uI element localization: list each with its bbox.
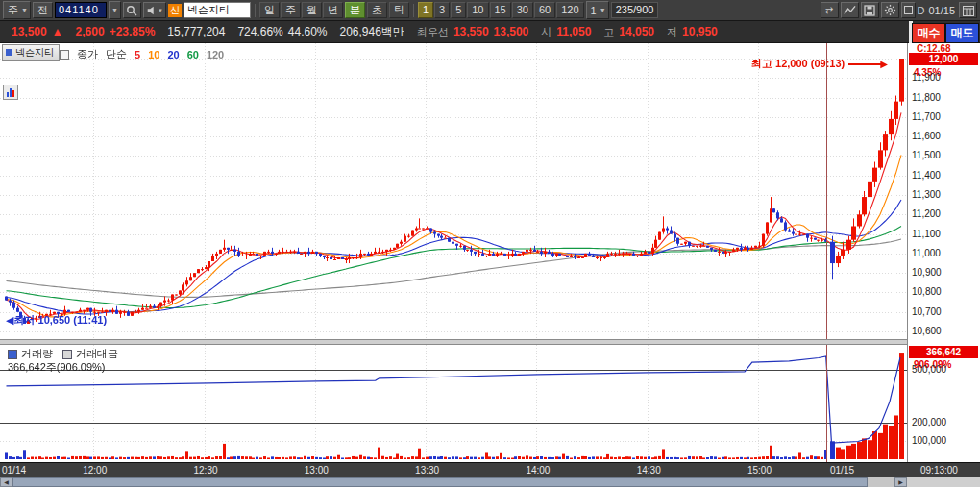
best-ask: 13,550 <box>453 25 489 38</box>
interval-button-120[interactable]: 120 <box>556 2 583 18</box>
pane-splitter[interactable] <box>0 339 980 345</box>
timeframe-tick-button[interactable]: 틱 <box>389 2 409 18</box>
horizontal-scrollbar[interactable]: ◀ ▶ <box>0 477 980 487</box>
timeframe-button-2[interactable]: 월 <box>302 2 322 18</box>
price-tick-label: 10,600 <box>912 326 942 336</box>
chevron-down-icon: ▼ <box>111 7 118 13</box>
price-tick-label: 11,900 <box>912 72 941 83</box>
low-price: 10,950 <box>682 25 718 38</box>
chevron-down-icon: ▼ <box>600 7 606 13</box>
price-tick-label: 10,900 <box>912 267 942 278</box>
open-label: 시 <box>541 25 551 39</box>
interval-button-60[interactable]: 60 <box>534 2 555 18</box>
timeframe-button-1[interactable]: 주 <box>281 2 301 18</box>
window-icon[interactable] <box>901 2 916 18</box>
scrollbar-corner <box>907 477 980 487</box>
time-axis-label: 15:00 <box>747 465 772 475</box>
interval-button-1[interactable]: 1 <box>418 2 433 18</box>
chevron-down-icon: ▼ <box>158 8 163 13</box>
time-axis-label: 14:30 <box>637 465 661 475</box>
open-price: 11,050 <box>556 25 591 38</box>
chart-tool-button[interactable] <box>3 85 18 100</box>
chart-tab[interactable]: 넥슨지티 <box>2 44 60 61</box>
value-legend-icon[interactable] <box>62 350 72 359</box>
time-axis-label: 12:00 <box>83 465 107 475</box>
price-tick-label: 10,700 <box>912 306 942 317</box>
last-volume-box: 366,642 <box>909 346 978 358</box>
chevron-down-icon: ▼ <box>21 7 28 13</box>
main-toolbar: 주 ▼ 전 041140 ▼ ▼ 신 넥슨지티 일주월년 분 초 틱 13510… <box>0 0 980 21</box>
day-mode-label: D <box>918 5 925 16</box>
trade-value: 206,946백만 <box>339 24 404 40</box>
price-chart-canvas[interactable] <box>0 43 907 339</box>
search-icon[interactable] <box>123 2 141 18</box>
scrollbar-thumb[interactable] <box>12 477 868 487</box>
save-icon[interactable] <box>861 2 879 18</box>
cumulative-volume-text: 366,642주(906.09%) <box>8 360 106 375</box>
high-annotation: 최고 12,000 (09:13) ▶ <box>751 57 888 71</box>
ma-legend: 종가 단순 5102060120 <box>60 47 224 61</box>
price-tick-label: 11,600 <box>912 131 941 141</box>
ma-period-list: 5102060120 <box>135 49 224 61</box>
stock-chart-window: 주 ▼ 전 041140 ▼ ▼ 신 넥슨지티 일주월년 분 초 틱 13510… <box>0 0 980 487</box>
high-price: 14,050 <box>619 25 654 38</box>
time-axis-label: 14:00 <box>526 465 550 475</box>
price-axis-column: C:12.68 12,000 4.35% 11,90011,80011,7001… <box>907 43 980 462</box>
scroll-right-button[interactable]: ▶ <box>894 477 907 487</box>
sell-button[interactable]: 매도 <box>945 23 979 43</box>
stock-name-input[interactable]: 넥슨지티 <box>184 2 251 18</box>
chart-type-combo[interactable]: 주 ▼ <box>3 1 31 19</box>
last-time-label: 09:13:00 <box>920 465 958 475</box>
time-axis-label: 13:30 <box>415 465 439 475</box>
volume-legend: 거래량 거래대금 <box>8 347 118 361</box>
buy-button[interactable]: 매수 <box>912 23 945 43</box>
interval-combo-value: 1 <box>591 5 597 16</box>
speaker-icon[interactable]: ▼ <box>143 2 166 18</box>
calendar-icon[interactable] <box>959 2 977 18</box>
scroll-left-button[interactable]: ◀ <box>0 477 12 487</box>
interval-button-30[interactable]: 30 <box>512 2 533 18</box>
timeframe-second-button[interactable]: 초 <box>367 2 387 18</box>
interval-combo[interactable]: 1 ▼ <box>586 1 609 19</box>
stock-code-input[interactable]: 041140 <box>55 2 107 18</box>
price-change-pct: +23.85% <box>110 25 156 38</box>
turnover-pct: 44.60% <box>288 25 328 38</box>
price-tick-label: 11,800 <box>912 92 941 103</box>
quote-bar: 13,500 ▲ 2,600 +23.85% 15,777,204 724.66… <box>0 21 980 43</box>
timeframe-button-3[interactable]: 년 <box>323 2 343 18</box>
session-divider-line <box>826 43 827 462</box>
ma-period-label-60: 60 <box>187 49 199 61</box>
volume-ratio: 724.66% <box>237 25 282 38</box>
legend-checkbox-icon[interactable] <box>60 50 69 60</box>
volume-chart-canvas[interactable] <box>0 345 907 459</box>
value-label: 거래대금 <box>76 347 118 361</box>
compare-arrows-icon[interactable]: ⇄ <box>821 2 839 18</box>
price-change: 2,600 <box>76 25 105 38</box>
time-axis-label: 01/14 <box>2 465 26 475</box>
time-axis: 09:13:00 01/1412:0012:3013:0013:3014:001… <box>0 462 980 477</box>
interval-button-3[interactable]: 3 <box>434 2 450 18</box>
timeframe-minute-button[interactable]: 분 <box>345 2 365 18</box>
up-arrow-icon: ▲ <box>52 25 63 38</box>
timeframe-button-0[interactable]: 일 <box>259 2 280 18</box>
price-tick-label: 10,800 <box>912 286 942 297</box>
low-annotation: ◀최저 10,650 (11:41) <box>6 313 107 328</box>
legend-close-label: 종가 <box>77 47 98 61</box>
interval-button-10[interactable]: 10 <box>467 2 488 18</box>
code-history-dropdown[interactable]: ▼ <box>109 1 121 19</box>
line-chart-icon[interactable] <box>841 2 859 18</box>
chart-tab-label: 넥슨지티 <box>15 46 54 60</box>
prev-stock-button[interactable]: 전 <box>33 2 53 18</box>
arrow-right-icon: ▶ <box>880 59 888 69</box>
time-axis-label: 12:30 <box>194 465 218 475</box>
volume-legend-icon[interactable] <box>8 350 17 359</box>
timeframe-button-group: 일주월년 <box>259 2 343 18</box>
interval-button-15[interactable]: 15 <box>490 2 511 18</box>
low-label: 저 <box>667 25 677 39</box>
chart-region: 넥슨지티 종가 단순 5102060120 최고 12,000 (09:13) … <box>0 43 980 462</box>
gear-icon[interactable] <box>881 2 899 18</box>
ma-period-label-120: 120 <box>207 49 224 61</box>
price-tick-label: 11,400 <box>912 170 941 181</box>
interval-button-5[interactable]: 5 <box>451 2 466 18</box>
best-quote-label: 최우선 <box>417 25 449 39</box>
